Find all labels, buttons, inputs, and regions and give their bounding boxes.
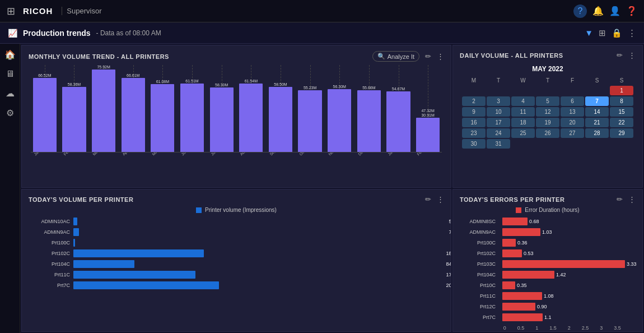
cal-day[interactable]: 30: [462, 139, 486, 149]
cal-day[interactable]: 1: [610, 86, 633, 95]
errors-bar-track: 0.53: [502, 249, 631, 257]
cal-day[interactable]: 17: [487, 118, 510, 127]
cal-day[interactable]: 14: [585, 107, 609, 117]
errors-x-label: 2: [561, 325, 577, 331]
page-title: Production trends: [23, 29, 91, 38]
volume-bar-label: Prt11C: [31, 272, 70, 278]
errors-bar-value: 1.03: [542, 229, 552, 235]
sidebar-item-monitor[interactable]: 🖥: [6, 69, 15, 79]
cal-day-header: T: [536, 76, 559, 85]
monthly-bar-group: 61.54M: [237, 65, 265, 152]
volume-bar-track: 203.0K: [73, 281, 442, 289]
bar-top-label: 55.23M: [304, 86, 316, 90]
cal-day[interactable]: 27: [561, 128, 584, 138]
volume-bar-fill: [73, 218, 77, 225]
errors-bar-track: 1.08: [502, 292, 631, 300]
monthly-bar: [386, 91, 410, 152]
cal-day[interactable]: 18: [511, 118, 535, 127]
errors-bar-track: 0.68: [502, 218, 631, 225]
cal-day[interactable]: 21: [585, 118, 609, 127]
volume-bar-fill: [73, 249, 204, 257]
analyze-btn[interactable]: 🔍 Analyze It: [372, 51, 419, 62]
cal-day[interactable]: 11: [511, 107, 535, 117]
more-icon-vol[interactable]: ⋮: [437, 195, 444, 203]
cal-day[interactable]: 10: [487, 107, 510, 117]
volume-legend-box: [196, 207, 202, 213]
more-icon-daily[interactable]: ⋮: [628, 51, 636, 59]
cal-day-empty: [585, 86, 609, 95]
errors-bar-track: 1.42: [502, 271, 631, 279]
volume-bar-label: Prt100C: [31, 240, 70, 246]
bell-icon[interactable]: 🔔: [592, 6, 604, 16]
monthly-x-label: Sep 2022: [267, 152, 295, 165]
cal-day-empty: [561, 86, 584, 95]
volume-bar-label: ADMIN9AC: [31, 229, 70, 235]
cal-day[interactable]: 3: [487, 96, 510, 106]
errors-bar-fill: [502, 271, 554, 279]
more-icon-err[interactable]: ⋮: [628, 195, 636, 203]
monthly-panel-actions: 🔍 Analyze It ✏ ⋮: [372, 51, 444, 62]
sidebar-item-home[interactable]: 🏠: [4, 49, 16, 60]
user-icon[interactable]: 👤: [609, 6, 620, 16]
volume-bar-row: Prt7C203.0K: [31, 281, 442, 289]
volume-bar-fill: [73, 228, 79, 236]
monthly-bar-group: 58.30M: [208, 65, 236, 152]
cal-day[interactable]: 20: [561, 118, 584, 127]
volume-bar-fill: [73, 281, 219, 289]
edit-icon-vol[interactable]: ✏: [425, 195, 431, 203]
cal-day[interactable]: 7: [585, 96, 609, 106]
edit-icon[interactable]: ✏: [425, 52, 431, 61]
cal-day[interactable]: 13: [561, 107, 584, 117]
filter-icon[interactable]: ▼: [585, 28, 593, 38]
cal-day[interactable]: 8: [610, 96, 633, 106]
layout-icon[interactable]: ⊞: [599, 28, 606, 38]
cal-day[interactable]: 19: [536, 118, 559, 127]
errors-bar-value: 1.1: [544, 314, 552, 320]
cal-day[interactable]: 26: [536, 128, 559, 138]
volume-per-printer-panel: TODAY's volume per printer ✏ ⋮ Printer v…: [21, 189, 451, 332]
cal-day[interactable]: 25: [511, 128, 535, 138]
errors-bar-row: Prt11C1.08: [462, 292, 633, 300]
monthly-bar: [33, 78, 57, 152]
volume-bar-track: 7.79K: [73, 228, 442, 236]
cal-day[interactable]: 12: [536, 107, 559, 117]
cal-day[interactable]: 16: [462, 118, 486, 127]
daily-panel-title: DAILY VOLUME - All printers: [460, 52, 563, 59]
errors-bar-label: Prt10C: [462, 283, 496, 288]
cal-day[interactable]: 9: [462, 107, 486, 117]
volume-legend-label: Printer volume (Impressions): [205, 207, 277, 213]
monthly-bar-group: 58.50M: [267, 65, 295, 152]
errors-bar-row: Prt102C0.53: [462, 249, 633, 257]
cal-day[interactable]: 29: [610, 128, 633, 138]
monthly-bar: [328, 89, 351, 152]
sidebar-item-settings[interactable]: ⚙: [6, 108, 14, 118]
lock-icon[interactable]: 🔒: [612, 28, 622, 38]
more-icon[interactable]: ⋮: [628, 28, 636, 38]
errors-x-axis: 00.511.522.533.5: [497, 324, 626, 331]
cal-day[interactable]: 4: [511, 96, 535, 106]
volume-bar-row: Prt104C84.87K: [31, 260, 442, 268]
edit-icon-daily[interactable]: ✏: [617, 51, 623, 59]
cal-day[interactable]: 2: [462, 96, 486, 106]
question-icon[interactable]: ❓: [626, 6, 637, 16]
cal-day[interactable]: 22: [610, 118, 633, 127]
cal-day[interactable]: 28: [585, 128, 609, 138]
errors-bar-fill: [502, 249, 522, 257]
monthly-bar: [298, 90, 321, 152]
cal-day[interactable]: 5: [536, 96, 559, 106]
help-icon[interactable]: ?: [573, 4, 587, 18]
errors-panel-title: TODAY's errors per printer: [460, 196, 564, 203]
cal-day[interactable]: 24: [487, 128, 510, 138]
more-icon-monthly[interactable]: ⋮: [437, 52, 444, 61]
monthly-bar: [180, 84, 204, 152]
cal-day[interactable]: 6: [561, 96, 584, 106]
monthly-x-label: Oct 2022: [296, 152, 325, 165]
edit-icon-err[interactable]: ✏: [617, 195, 623, 203]
sidebar-item-cloud[interactable]: ☁: [6, 88, 15, 99]
grid-icon[interactable]: ⊞: [7, 5, 15, 17]
monthly-bar-group: 61.51M: [178, 65, 206, 152]
errors-bar-track: 0.90: [502, 303, 631, 311]
cal-day[interactable]: 23: [462, 128, 486, 138]
cal-day[interactable]: 15: [610, 107, 633, 117]
cal-day[interactable]: 31: [487, 139, 510, 149]
